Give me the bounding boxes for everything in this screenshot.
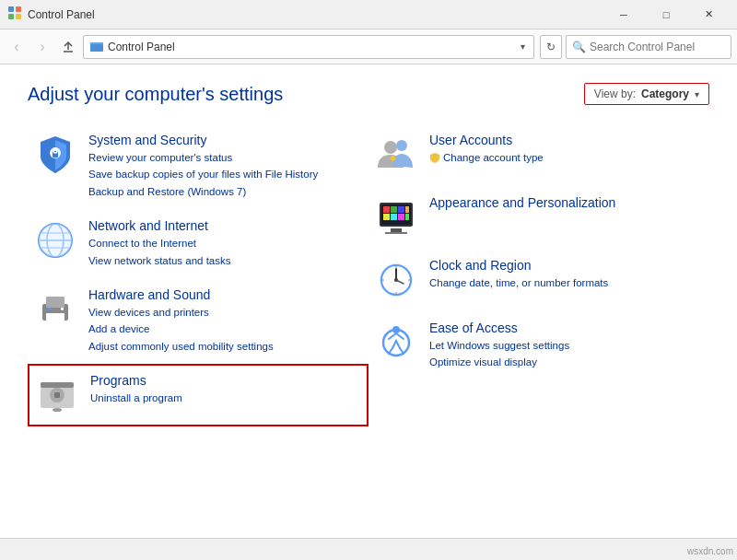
programs-icon [35, 373, 79, 417]
svg-rect-7 [90, 44, 103, 52]
svg-rect-31 [383, 206, 390, 213]
svg-rect-38 [405, 214, 409, 220]
programs-content: Programs Uninstall a program [90, 373, 182, 406]
svg-point-27 [384, 141, 397, 154]
shield-badge-icon [429, 152, 440, 163]
category-system-security: System and Security Review your computer… [28, 123, 368, 209]
main-content: Adjust your computer's settings View by:… [0, 64, 737, 538]
programs-title[interactable]: Programs [90, 373, 182, 388]
right-column: User Accounts Change account type [368, 123, 709, 436]
svg-rect-0 [8, 6, 14, 12]
search-input[interactable] [590, 41, 728, 53]
svg-rect-20 [48, 308, 51, 310]
page-title: Adjust your computer's settings [28, 84, 283, 105]
network-internet-title[interactable]: Network and Internet [88, 218, 230, 233]
category-user-accounts: User Accounts Change account type [368, 123, 709, 186]
clock-region-link-0[interactable]: Change date, time, or number formats [429, 274, 608, 291]
svg-rect-23 [41, 382, 74, 388]
user-accounts-title[interactable]: User Accounts [429, 133, 544, 147]
svg-rect-25 [54, 392, 60, 398]
category-ease-of-access: Ease of Access Let Windows suggest setti… [368, 311, 709, 380]
address-box[interactable]: Control Panel ▾ [83, 35, 534, 59]
page-header: Adjust your computer's settings View by:… [28, 83, 709, 105]
system-security-link-2[interactable]: Backup and Restore (Windows 7) [88, 183, 318, 200]
view-by-value: Category [641, 88, 689, 100]
appearance-icon [374, 195, 418, 239]
view-by-selector[interactable]: View by: Category ▾ [584, 83, 709, 105]
ease-of-access-icon [374, 321, 418, 365]
refresh-button[interactable]: ↻ [540, 35, 562, 59]
forward-button[interactable]: › [31, 36, 53, 58]
system-security-icon [33, 133, 77, 177]
svg-rect-40 [385, 232, 407, 234]
clock-region-title[interactable]: Clock and Region [429, 258, 608, 273]
search-icon: 🔍 [572, 41, 586, 53]
hardware-sound-link-2[interactable]: Adjust commonly used mobility settings [88, 338, 274, 355]
categories-grid: System and Security Review your computer… [28, 123, 709, 436]
svg-rect-21 [61, 308, 64, 310]
address-dropdown-arrow[interactable]: ▾ [518, 41, 528, 52]
hardware-sound-content: Hardware and Sound View devices and prin… [88, 287, 274, 355]
close-button[interactable]: ✕ [687, 0, 730, 29]
svg-rect-34 [405, 206, 409, 213]
titlebar-title: Control Panel [28, 8, 602, 21]
svg-rect-19 [46, 313, 64, 322]
network-internet-content: Network and Internet Connect to the Inte… [88, 218, 230, 269]
svg-point-16 [39, 224, 72, 257]
clock-region-content: Clock and Region Change date, time, or n… [429, 258, 608, 291]
clock-region-icon [374, 258, 418, 302]
ease-of-access-link-1[interactable]: Optimize visual display [429, 354, 569, 370]
category-clock-region: Clock and Region Change date, time, or n… [368, 249, 709, 311]
hardware-sound-icon [33, 287, 77, 332]
category-hardware-sound: Hardware and Sound View devices and prin… [28, 278, 368, 364]
svg-rect-1 [16, 6, 21, 12]
svg-point-26 [53, 408, 62, 412]
search-box[interactable]: 🔍 [566, 35, 731, 59]
network-internet-link-0[interactable]: Connect to the Internet [88, 235, 230, 251]
addressbar: ‹ › Control Panel ▾ ↻ 🔍 [0, 29, 737, 64]
maximize-button[interactable]: □ [645, 0, 687, 29]
category-programs: Programs Uninstall a program [28, 364, 368, 426]
minimize-button[interactable]: ─ [602, 0, 645, 29]
svg-rect-37 [398, 214, 404, 220]
system-security-link-0[interactable]: Review your computer's status [88, 149, 318, 166]
category-network-internet: Network and Internet Connect to the Inte… [28, 209, 368, 278]
system-security-content: System and Security Review your computer… [88, 133, 318, 200]
back-button[interactable]: ‹ [6, 36, 28, 58]
address-folder-icon [89, 40, 104, 54]
category-appearance: Appearance and Personalization [368, 186, 709, 249]
user-accounts-content: User Accounts Change account type [429, 133, 544, 166]
ease-of-access-title[interactable]: Ease of Access [429, 321, 569, 335]
left-column: System and Security Review your computer… [28, 123, 368, 436]
hardware-sound-title[interactable]: Hardware and Sound [88, 287, 274, 302]
svg-rect-32 [391, 206, 397, 213]
svg-line-52 [389, 348, 392, 354]
svg-rect-35 [383, 214, 390, 220]
statusbar [0, 538, 737, 560]
titlebar-controls: ─ □ ✕ [602, 0, 730, 29]
svg-rect-36 [391, 214, 397, 220]
watermark: wsxdn.com [687, 546, 733, 556]
network-internet-icon [33, 218, 77, 262]
titlebar: Control Panel ─ □ ✕ [0, 0, 737, 29]
appearance-title[interactable]: Appearance and Personalization [429, 195, 615, 210]
svg-rect-18 [46, 297, 64, 308]
appearance-content: Appearance and Personalization [429, 195, 615, 212]
ease-of-access-content: Ease of Access Let Windows suggest setti… [429, 321, 569, 371]
svg-point-28 [396, 140, 407, 151]
network-internet-link-1[interactable]: View network status and tasks [88, 252, 230, 269]
system-security-link-1[interactable]: Save backup copies of your files with Fi… [88, 166, 318, 182]
up-button[interactable] [57, 36, 79, 58]
system-security-title[interactable]: System and Security [88, 133, 318, 147]
hardware-sound-link-0[interactable]: View devices and printers [88, 304, 274, 321]
user-accounts-link-0[interactable]: Change account type [443, 149, 544, 166]
programs-link-0[interactable]: Uninstall a program [90, 390, 182, 406]
ease-of-access-link-0[interactable]: Let Windows suggest settings [429, 337, 569, 354]
view-by-arrow: ▾ [695, 89, 699, 99]
hardware-sound-link-1[interactable]: Add a device [88, 321, 274, 337]
svg-line-53 [400, 348, 404, 354]
svg-rect-39 [391, 228, 402, 232]
user-accounts-icon [374, 133, 418, 177]
svg-rect-3 [16, 14, 21, 19]
svg-rect-33 [398, 206, 404, 213]
